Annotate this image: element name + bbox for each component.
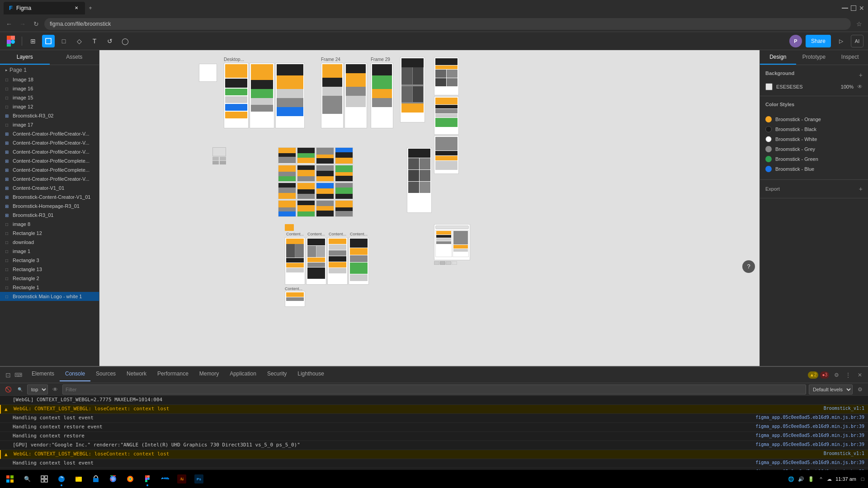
- canvas-grid-item[interactable]: [278, 183, 296, 199]
- taskbar-cloud-icon[interactable]: ☁: [826, 475, 833, 483]
- tab-design[interactable]: Design: [760, 50, 796, 65]
- tab-layers[interactable]: Layers: [0, 50, 50, 65]
- layer-download[interactable]: □ download: [0, 238, 99, 247]
- layer-image8[interactable]: □ image 8: [0, 220, 99, 229]
- layer-broomstick-r3-01[interactable]: ⊞ Broomstick-R3_01: [0, 211, 99, 220]
- layer-rect3[interactable]: □ Rectangle 3: [0, 256, 99, 265]
- comment-tool[interactable]: ◯: [119, 35, 132, 47]
- devtools-settings-btn[interactable]: ⚙: [832, 371, 841, 380]
- layer-image17[interactable]: □ image 17: [0, 120, 99, 129]
- minimize-btn[interactable]: [842, 8, 848, 9]
- taskbar-sound-icon[interactable]: 🔊: [797, 475, 805, 483]
- canvas-farright-frame1[interactable]: [434, 57, 459, 95]
- bg-add-btn[interactable]: +: [859, 71, 863, 79]
- layer-image12[interactable]: □ image 12: [0, 102, 99, 111]
- shape-tool[interactable]: □: [57, 35, 70, 47]
- canvas-content-frame4[interactable]: [349, 237, 369, 285]
- tab-sources[interactable]: Sources: [90, 367, 121, 381]
- canvas-empty-frame[interactable]: [199, 64, 217, 82]
- export-add-btn[interactable]: +: [859, 185, 863, 192]
- taskbar-clock[interactable]: 11:37 am: [835, 476, 856, 482]
- share-button[interactable]: Share: [806, 35, 831, 47]
- maximize-btn[interactable]: [851, 5, 856, 11]
- frame-tool[interactable]: [42, 35, 55, 47]
- ai-button[interactable]: AI: [851, 35, 863, 47]
- tab-memory[interactable]: Memory: [194, 367, 224, 381]
- console-source-4[interactable]: figma_app.05c0ee8ad5.eb16d9.min.js.br:39: [755, 442, 864, 447]
- canvas-frame24-a[interactable]: [321, 63, 344, 128]
- color-style-blue[interactable]: Broomstick - Blue: [765, 164, 863, 174]
- taskbar-figma-icon[interactable]: [139, 471, 156, 487]
- tab-network[interactable]: Network: [121, 367, 152, 381]
- layer-broomstick-main-logo[interactable]: □ Broomstick Main Logo - white 1: [0, 292, 99, 301]
- bg-visibility-btn[interactable]: 👁: [857, 84, 863, 90]
- canvas-right-col-frame1[interactable]: [407, 147, 432, 213]
- tab-inspect[interactable]: Inspect: [832, 50, 868, 65]
- canvas-grid-item[interactable]: [278, 147, 296, 164]
- text-tool[interactable]: T: [88, 35, 101, 47]
- layer-cc-v1-01[interactable]: ⊞ Content-Creator-V1_01: [0, 183, 99, 192]
- canvas-content-frame2[interactable]: [306, 237, 326, 285]
- layer-cc-profile-v1[interactable]: ⊞ Content-Creator-ProfileCreator-V...: [0, 129, 99, 138]
- undo-tool[interactable]: ↺: [104, 35, 116, 47]
- console-level-select[interactable]: Default levels: [809, 385, 853, 394]
- layer-broomstick-homepage[interactable]: ⊞ Broomstick-Homepage-R3_01: [0, 202, 99, 211]
- tab-lighthouse[interactable]: Lighthouse: [292, 367, 330, 381]
- color-style-white[interactable]: Broomstick - White: [765, 134, 863, 144]
- taskbar-network-icon[interactable]: 🌐: [788, 475, 795, 483]
- devtools-console-toggle[interactable]: ⌨: [14, 371, 23, 380]
- layer-image15[interactable]: □ image 15: [0, 93, 99, 102]
- layer-cc-profilecomplete1[interactable]: ⊞ Content-Creator-ProfileComplete...: [0, 156, 99, 165]
- taskbar-firefox-icon[interactable]: [122, 471, 138, 487]
- canvas-grid-item[interactable]: [297, 200, 315, 217]
- taskbar-start-btn[interactable]: [2, 471, 18, 487]
- canvas-grid-item[interactable]: [316, 165, 334, 182]
- canvas-grid-item[interactable]: [297, 165, 315, 182]
- new-tab-btn[interactable]: +: [85, 3, 96, 14]
- layer-image1[interactable]: □ image 1: [0, 247, 99, 256]
- bookmark-btn[interactable]: ☆: [854, 19, 864, 29]
- layer-image16[interactable]: □ image 16: [0, 84, 99, 93]
- forward-btn[interactable]: →: [17, 19, 28, 29]
- canvas-grid-item[interactable]: [316, 147, 334, 164]
- console-output[interactable]: [WebGL] CONTEXT_LOST_WEBGL=2.7775 MAXELE…: [0, 396, 868, 470]
- taskbar-edge-icon[interactable]: [53, 471, 70, 487]
- canvas-grid-item[interactable]: [297, 147, 315, 164]
- console-warn-source-2[interactable]: Broomstick_v1:1: [824, 451, 864, 456]
- taskbar-explorer-icon[interactable]: [71, 471, 87, 487]
- tab-application[interactable]: Application: [224, 367, 262, 381]
- canvas-content-frame3[interactable]: [327, 237, 348, 285]
- context-selector[interactable]: top: [27, 385, 48, 394]
- canvas-help-btn[interactable]: ?: [742, 260, 755, 273]
- canvas-grid-item[interactable]: [316, 183, 334, 199]
- console-eye-btn[interactable]: 👁: [51, 385, 60, 394]
- canvas-rightframe[interactable]: [400, 57, 425, 122]
- canvas-grid-item[interactable]: [335, 165, 353, 182]
- canvas-extra-frame-box[interactable]: [285, 291, 305, 307]
- canvas-frame-desktop1[interactable]: [224, 63, 249, 128]
- active-tab[interactable]: F Figma ✕: [4, 2, 85, 14]
- taskbar-photoshop-icon[interactable]: Ps: [191, 471, 207, 487]
- layer-rect1[interactable]: □ Rectangle 1: [0, 283, 99, 292]
- canvas-frame-desktop3[interactable]: [275, 63, 305, 128]
- taskbar-illustrator-icon[interactable]: Ai: [174, 471, 190, 487]
- tab-assets[interactable]: Assets: [50, 50, 99, 65]
- layer-cc-profile-v3[interactable]: ⊞ Content-Creator-ProfileCreator-V...: [0, 147, 99, 156]
- canvas-grid-item[interactable]: [335, 147, 353, 164]
- taskbar-onedrive-icon[interactable]: [156, 471, 173, 487]
- canvas-grid-item[interactable]: [335, 200, 353, 217]
- canvas-content-frame1[interactable]: [285, 237, 305, 285]
- tab-close-btn[interactable]: ✕: [73, 5, 80, 11]
- canvas-grid-item[interactable]: [316, 200, 334, 217]
- layer-broomstick-r3-02[interactable]: ⊞ Broomstick-R3_02: [0, 111, 99, 120]
- layer-broomstick-cc-v1[interactable]: ⊞ Broomstick-Content-Creator-V1_01: [0, 192, 99, 202]
- layer-rect12[interactable]: □ Rectangle 12: [0, 229, 99, 238]
- canvas-frame24-b[interactable]: [344, 63, 367, 128]
- devtools-close-btn[interactable]: ✕: [855, 371, 864, 380]
- taskbar-arrow-icon[interactable]: ^: [817, 475, 825, 483]
- canvas-farright-frame2[interactable]: [434, 96, 459, 135]
- tab-security[interactable]: Security: [262, 367, 292, 381]
- present-btn[interactable]: ▷: [835, 35, 847, 47]
- tab-elements[interactable]: Elements: [26, 367, 60, 381]
- layer-rect13[interactable]: □ Rectangle 13: [0, 265, 99, 274]
